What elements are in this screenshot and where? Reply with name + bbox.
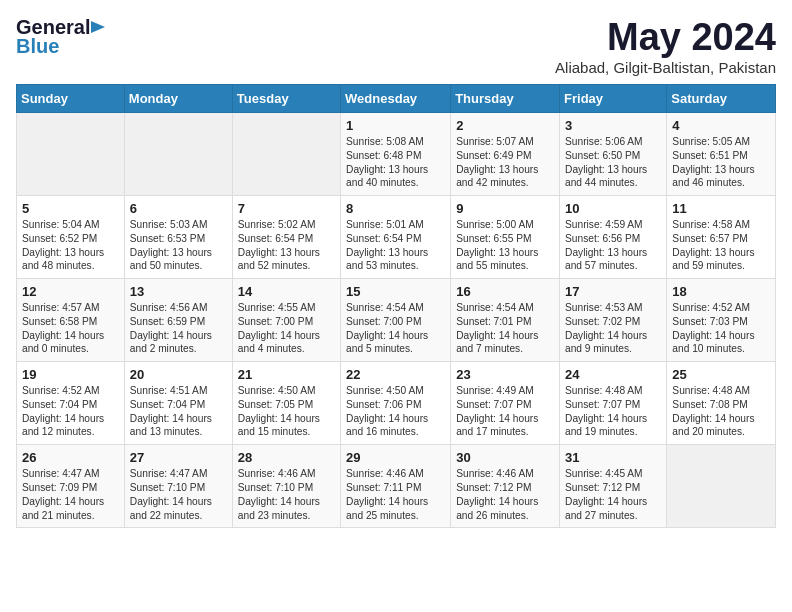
day-number: 25 xyxy=(672,367,770,382)
calendar-cell: 28Sunrise: 4:46 AMSunset: 7:10 PMDayligh… xyxy=(232,445,340,528)
svg-marker-0 xyxy=(91,21,105,33)
calendar-cell: 31Sunrise: 4:45 AMSunset: 7:12 PMDayligh… xyxy=(560,445,667,528)
cell-info: Sunrise: 4:48 AMSunset: 7:07 PMDaylight:… xyxy=(565,384,661,439)
day-number: 23 xyxy=(456,367,554,382)
day-number: 20 xyxy=(130,367,227,382)
header-tuesday: Tuesday xyxy=(232,85,340,113)
day-number: 22 xyxy=(346,367,445,382)
cell-info: Sunrise: 4:49 AMSunset: 7:07 PMDaylight:… xyxy=(456,384,554,439)
cell-info: Sunrise: 5:08 AMSunset: 6:48 PMDaylight:… xyxy=(346,135,445,190)
calendar-week-3: 12Sunrise: 4:57 AMSunset: 6:58 PMDayligh… xyxy=(17,279,776,362)
cell-info: Sunrise: 5:06 AMSunset: 6:50 PMDaylight:… xyxy=(565,135,661,190)
day-number: 14 xyxy=(238,284,335,299)
cell-info: Sunrise: 4:54 AMSunset: 7:01 PMDaylight:… xyxy=(456,301,554,356)
day-number: 16 xyxy=(456,284,554,299)
day-number: 12 xyxy=(22,284,119,299)
cell-info: Sunrise: 4:57 AMSunset: 6:58 PMDaylight:… xyxy=(22,301,119,356)
cell-info: Sunrise: 5:07 AMSunset: 6:49 PMDaylight:… xyxy=(456,135,554,190)
day-number: 27 xyxy=(130,450,227,465)
cell-info: Sunrise: 4:59 AMSunset: 6:56 PMDaylight:… xyxy=(565,218,661,273)
calendar-cell xyxy=(124,113,232,196)
day-number: 4 xyxy=(672,118,770,133)
calendar-cell: 13Sunrise: 4:56 AMSunset: 6:59 PMDayligh… xyxy=(124,279,232,362)
cell-info: Sunrise: 4:47 AMSunset: 7:10 PMDaylight:… xyxy=(130,467,227,522)
calendar-cell: 26Sunrise: 4:47 AMSunset: 7:09 PMDayligh… xyxy=(17,445,125,528)
calendar-cell: 7Sunrise: 5:02 AMSunset: 6:54 PMDaylight… xyxy=(232,196,340,279)
calendar-cell: 29Sunrise: 4:46 AMSunset: 7:11 PMDayligh… xyxy=(341,445,451,528)
header-friday: Friday xyxy=(560,85,667,113)
calendar-cell: 22Sunrise: 4:50 AMSunset: 7:06 PMDayligh… xyxy=(341,362,451,445)
header-sunday: Sunday xyxy=(17,85,125,113)
logo: General Blue xyxy=(16,16,107,58)
cell-info: Sunrise: 4:51 AMSunset: 7:04 PMDaylight:… xyxy=(130,384,227,439)
day-number: 11 xyxy=(672,201,770,216)
day-number: 28 xyxy=(238,450,335,465)
cell-info: Sunrise: 4:52 AMSunset: 7:04 PMDaylight:… xyxy=(22,384,119,439)
calendar-cell: 23Sunrise: 4:49 AMSunset: 7:07 PMDayligh… xyxy=(451,362,560,445)
cell-info: Sunrise: 4:56 AMSunset: 6:59 PMDaylight:… xyxy=(130,301,227,356)
calendar-cell: 12Sunrise: 4:57 AMSunset: 6:58 PMDayligh… xyxy=(17,279,125,362)
calendar-header-row: SundayMondayTuesdayWednesdayThursdayFrid… xyxy=(17,85,776,113)
calendar-cell: 6Sunrise: 5:03 AMSunset: 6:53 PMDaylight… xyxy=(124,196,232,279)
day-number: 7 xyxy=(238,201,335,216)
month-title: May 2024 xyxy=(555,16,776,59)
day-number: 17 xyxy=(565,284,661,299)
page-header: General Blue May 2024 Aliabad, Gilgit-Ba… xyxy=(16,16,776,76)
header-wednesday: Wednesday xyxy=(341,85,451,113)
day-number: 15 xyxy=(346,284,445,299)
cell-info: Sunrise: 4:46 AMSunset: 7:11 PMDaylight:… xyxy=(346,467,445,522)
cell-info: Sunrise: 4:50 AMSunset: 7:05 PMDaylight:… xyxy=(238,384,335,439)
title-block: May 2024 Aliabad, Gilgit-Baltistan, Paki… xyxy=(555,16,776,76)
cell-info: Sunrise: 5:03 AMSunset: 6:53 PMDaylight:… xyxy=(130,218,227,273)
day-number: 8 xyxy=(346,201,445,216)
calendar-cell: 14Sunrise: 4:55 AMSunset: 7:00 PMDayligh… xyxy=(232,279,340,362)
cell-info: Sunrise: 4:46 AMSunset: 7:10 PMDaylight:… xyxy=(238,467,335,522)
calendar-cell: 19Sunrise: 4:52 AMSunset: 7:04 PMDayligh… xyxy=(17,362,125,445)
day-number: 5 xyxy=(22,201,119,216)
cell-info: Sunrise: 5:02 AMSunset: 6:54 PMDaylight:… xyxy=(238,218,335,273)
calendar-cell: 8Sunrise: 5:01 AMSunset: 6:54 PMDaylight… xyxy=(341,196,451,279)
cell-info: Sunrise: 4:46 AMSunset: 7:12 PMDaylight:… xyxy=(456,467,554,522)
calendar-cell: 17Sunrise: 4:53 AMSunset: 7:02 PMDayligh… xyxy=(560,279,667,362)
day-number: 30 xyxy=(456,450,554,465)
cell-info: Sunrise: 4:53 AMSunset: 7:02 PMDaylight:… xyxy=(565,301,661,356)
calendar-week-4: 19Sunrise: 4:52 AMSunset: 7:04 PMDayligh… xyxy=(17,362,776,445)
calendar: SundayMondayTuesdayWednesdayThursdayFrid… xyxy=(16,84,776,528)
calendar-cell xyxy=(667,445,776,528)
calendar-cell: 3Sunrise: 5:06 AMSunset: 6:50 PMDaylight… xyxy=(560,113,667,196)
calendar-cell: 5Sunrise: 5:04 AMSunset: 6:52 PMDaylight… xyxy=(17,196,125,279)
calendar-cell: 20Sunrise: 4:51 AMSunset: 7:04 PMDayligh… xyxy=(124,362,232,445)
cell-info: Sunrise: 4:50 AMSunset: 7:06 PMDaylight:… xyxy=(346,384,445,439)
calendar-cell: 15Sunrise: 4:54 AMSunset: 7:00 PMDayligh… xyxy=(341,279,451,362)
day-number: 26 xyxy=(22,450,119,465)
day-number: 21 xyxy=(238,367,335,382)
calendar-cell: 24Sunrise: 4:48 AMSunset: 7:07 PMDayligh… xyxy=(560,362,667,445)
calendar-cell: 9Sunrise: 5:00 AMSunset: 6:55 PMDaylight… xyxy=(451,196,560,279)
calendar-cell: 1Sunrise: 5:08 AMSunset: 6:48 PMDaylight… xyxy=(341,113,451,196)
day-number: 18 xyxy=(672,284,770,299)
calendar-cell: 25Sunrise: 4:48 AMSunset: 7:08 PMDayligh… xyxy=(667,362,776,445)
calendar-cell: 2Sunrise: 5:07 AMSunset: 6:49 PMDaylight… xyxy=(451,113,560,196)
header-monday: Monday xyxy=(124,85,232,113)
calendar-cell: 27Sunrise: 4:47 AMSunset: 7:10 PMDayligh… xyxy=(124,445,232,528)
day-number: 6 xyxy=(130,201,227,216)
cell-info: Sunrise: 4:55 AMSunset: 7:00 PMDaylight:… xyxy=(238,301,335,356)
calendar-cell: 21Sunrise: 4:50 AMSunset: 7:05 PMDayligh… xyxy=(232,362,340,445)
cell-info: Sunrise: 5:04 AMSunset: 6:52 PMDaylight:… xyxy=(22,218,119,273)
calendar-week-5: 26Sunrise: 4:47 AMSunset: 7:09 PMDayligh… xyxy=(17,445,776,528)
calendar-cell: 30Sunrise: 4:46 AMSunset: 7:12 PMDayligh… xyxy=(451,445,560,528)
cell-info: Sunrise: 5:01 AMSunset: 6:54 PMDaylight:… xyxy=(346,218,445,273)
cell-info: Sunrise: 5:00 AMSunset: 6:55 PMDaylight:… xyxy=(456,218,554,273)
calendar-week-2: 5Sunrise: 5:04 AMSunset: 6:52 PMDaylight… xyxy=(17,196,776,279)
day-number: 2 xyxy=(456,118,554,133)
day-number: 19 xyxy=(22,367,119,382)
cell-info: Sunrise: 5:05 AMSunset: 6:51 PMDaylight:… xyxy=(672,135,770,190)
cell-info: Sunrise: 4:48 AMSunset: 7:08 PMDaylight:… xyxy=(672,384,770,439)
day-number: 29 xyxy=(346,450,445,465)
calendar-cell xyxy=(17,113,125,196)
day-number: 1 xyxy=(346,118,445,133)
day-number: 9 xyxy=(456,201,554,216)
day-number: 3 xyxy=(565,118,661,133)
calendar-cell: 18Sunrise: 4:52 AMSunset: 7:03 PMDayligh… xyxy=(667,279,776,362)
cell-info: Sunrise: 4:58 AMSunset: 6:57 PMDaylight:… xyxy=(672,218,770,273)
